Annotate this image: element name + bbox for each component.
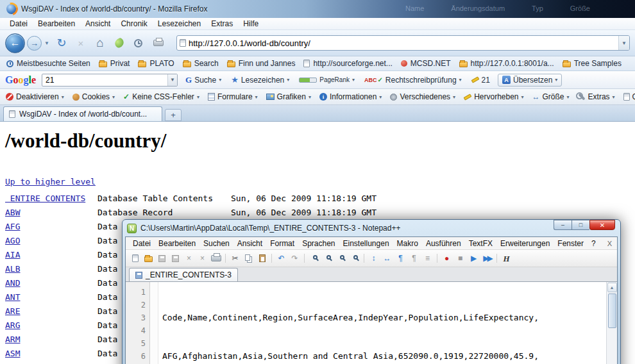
preview-html-icon[interactable]: H [500,252,512,264]
find-icon[interactable] [308,252,320,264]
entry-link[interactable]: AND [5,276,97,290]
bookmark-plato[interactable]: PLATO [138,59,174,68]
bookmark-search[interactable]: Search [183,59,219,68]
bookmark-privat[interactable]: Privat [99,59,130,68]
cut-icon[interactable]: ✂ [229,252,241,264]
show-all-chars-icon[interactable]: ¶ [408,252,420,264]
webdev-informationen[interactable]: iInformationen▾ [319,92,382,101]
minimize-button[interactable]: – [554,220,572,230]
scroll-up-icon[interactable]: ▲ [607,283,617,292]
zoom-in-icon[interactable] [335,252,347,264]
leaf-addon-icon[interactable] [114,37,125,49]
copy-icon[interactable] [242,252,255,264]
url-input[interactable] [186,38,618,48]
np-menu-fenster[interactable]: Fenster [554,238,588,249]
entry-link[interactable]: AGO [5,234,97,248]
up-to-higher-level-link[interactable]: Up to higher level [5,177,96,186]
scrollbar-thumb[interactable] [608,294,616,328]
entry-link[interactable]: ENTIRE CONTENTS [5,192,97,206]
google-search-input[interactable] [42,76,167,85]
replace-icon[interactable] [321,252,334,264]
webdev-cookies[interactable]: Cookies▾ [72,92,115,101]
np-menu-textfx[interactable]: TextFX [465,238,496,249]
notepad-document-tab[interactable]: _ENTIRE_CONTENTS-3 [129,268,238,281]
webdev-verschiedenes[interactable]: Verschiedenes▾ [390,92,455,101]
webdev-groesse[interactable]: ↔Größe▾ [532,92,570,101]
reload-button[interactable]: ↻ [54,36,69,50]
save-all-icon[interactable] [169,252,182,264]
bookmark-localhost-8001[interactable]: http://127.0.0.1:8001/a... [459,59,554,68]
translate-button[interactable]: AÜbersetzen▾ [498,74,562,87]
notepad-titlebar[interactable]: N C:\Users\Martin\AppData\Local\Temp\_EN… [125,220,618,236]
menu-datei[interactable]: Datei [5,19,32,29]
webdev-formulare[interactable]: Formulare▾ [208,92,258,101]
save-icon[interactable] [156,252,168,264]
entry-link[interactable]: AIA [5,248,97,262]
entry-link[interactable]: ASM [5,347,97,361]
history-clock-icon[interactable] [134,39,142,47]
np-menu-format[interactable]: Format [266,238,298,249]
vertical-scrollbar[interactable]: ▲ [606,282,617,364]
print-icon[interactable] [210,252,222,264]
np-doc-close-icon[interactable]: X [604,239,614,248]
undo-icon[interactable]: ↶ [275,252,287,264]
close-file-icon[interactable]: × [183,252,195,264]
bookmark-most-visited[interactable]: Meistbesuchte Seiten [6,59,90,68]
np-menu-makro[interactable]: Makro [393,238,422,249]
indent-guide-icon[interactable]: ≡ [421,252,434,264]
google-search-button[interactable]: GSuche▾ [183,74,223,87]
print-button[interactable] [153,40,164,46]
bookmark-sourceforge[interactable]: http://sourceforge.net... [303,59,392,68]
np-menu-datei[interactable]: Datei [129,238,155,249]
menu-extras[interactable]: Extras [207,19,237,29]
play-macro-icon[interactable]: ▶ [468,252,480,264]
np-menu-ansicht[interactable]: Ansicht [233,238,266,249]
code-area[interactable]: Code,Name,Continent,Region,SurfaceArea,I… [158,282,606,364]
webdev-hervorheben[interactable]: Hervorheben▾ [464,92,523,101]
close-button[interactable]: ✕ [589,220,615,230]
close-all-icon[interactable]: × [196,252,208,264]
sync-vertical-icon[interactable]: ↕ [368,252,380,264]
search-dropdown-icon[interactable]: ▼ [167,74,177,86]
tab-wsgidav[interactable]: WsgiDAV - Index of /world-db/count... [3,106,162,121]
paste-icon[interactable] [256,252,268,264]
zoom-out-icon[interactable] [348,252,360,264]
pagerank-indicator[interactable]: PageRank▾ [297,75,357,85]
np-menu-sprachen[interactable]: Sprachen [298,238,339,249]
record-macro-icon[interactable]: ● [441,252,453,264]
redo-icon[interactable]: ↷ [289,252,301,264]
np-menu-bearbeiten[interactable]: Bearbeiten [155,238,199,249]
entry-link[interactable]: ARM [5,333,97,347]
entry-link[interactable]: ARG [5,318,97,333]
bookmark-tree-samples[interactable]: Tree Samples [563,59,622,68]
highlight-button[interactable]: 21 [470,74,492,86]
google-bookmarks-button[interactable]: ★Lesezeichen▾ [229,74,291,86]
menu-chronik[interactable]: Chronik [116,19,151,29]
webdev-quelltext[interactable]: Quelltext▾ [623,92,635,101]
history-dropdown-icon[interactable]: ▼ [44,40,49,46]
np-menu-einstellungen[interactable]: Einstellungen [339,238,393,249]
spellcheck-button[interactable]: ABC✓Rechtschreibprüfung▾ [362,74,464,86]
url-dropdown-icon[interactable]: ▼ [618,36,629,50]
webdev-css[interactable]: ✓Keine CSS-Fehler▾ [123,92,199,101]
webdev-extras[interactable]: Extras▾ [578,92,615,101]
new-file-icon[interactable] [129,252,141,264]
bookmark-mcsd-net[interactable]: MCSD.NET [401,59,451,68]
forward-button[interactable]: → [27,36,42,51]
menu-hilfe[interactable]: Hilfe [239,19,263,29]
stop-macro-icon[interactable]: ■ [454,252,466,264]
entry-link[interactable]: ANT [5,290,97,304]
bookmark-finn-und-jannes[interactable]: Finn und Jannes [227,59,296,68]
notepad-editor[interactable]: 1 2 3 4 5 6 Code,Name,Continent,Region,S… [126,282,617,364]
np-menu-erweiterungen[interactable]: Erweiterungen [496,238,554,249]
menu-bearbeiten[interactable]: Bearbeiten [33,19,80,29]
np-menu-help[interactable]: ? [588,238,600,249]
sync-horizontal-icon[interactable]: ↔ [381,252,393,264]
back-button[interactable]: ← [5,33,25,53]
word-wrap-icon[interactable]: ¶ [394,252,407,264]
np-menu-suchen[interactable]: Suchen [199,238,233,249]
menu-ansicht[interactable]: Ansicht [81,19,115,29]
home-button[interactable]: ⌂ [92,36,108,50]
firefox-titlebar[interactable]: WsgiDAV - Index of /world-db/country/ - … [0,0,635,18]
webdev-deaktivieren[interactable]: Deaktivieren▾ [6,92,64,101]
